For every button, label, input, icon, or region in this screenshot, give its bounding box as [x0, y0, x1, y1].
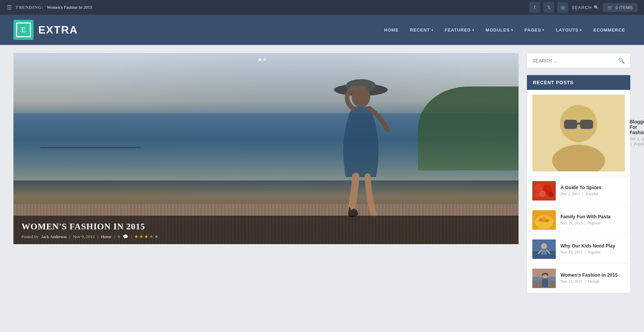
meta-sep: | — [585, 221, 586, 225]
recent-post-meta-4: Nov 18, 2015 | Popular — [560, 250, 625, 255]
figure-silhouette — [324, 70, 398, 217]
recent-post-meta-3: Nov 24, 2015 | Popular — [560, 221, 625, 226]
top-bar-right: f 𝕏 ◎ SEARCH 🔍 🛒 0 ITEMS — [529, 2, 637, 13]
main-content: WOMEN'S FASHION IN 2015 Posted by Jack A… — [13, 53, 519, 293]
featured-image: WOMEN'S FASHION IN 2015 Posted by Jack A… — [13, 53, 519, 244]
recent-post-item[interactable]: Blogging For Fashion Dec 2, 2015 | Popul… — [527, 90, 630, 176]
meta-sep: | — [585, 250, 586, 255]
top-bar: ☰ TRENDING: Women's Fashion In 2015 f 𝕏 … — [0, 0, 644, 15]
meta-separator-4: | — [131, 234, 132, 239]
svg-rect-6 — [564, 120, 577, 129]
logo-box-inner: E — [16, 22, 31, 37]
post-meta: Posted by Jack Anderson | Nov 9, 2015 | … — [21, 234, 511, 239]
meta-sep: | — [631, 142, 632, 146]
recent-post-item[interactable]: A Guide To Spices Dec 2, 2015 | Popular — [527, 176, 630, 206]
nav-modules[interactable]: MODULES ▾ — [480, 24, 519, 36]
bridge-silhouette — [40, 147, 141, 174]
post2-date: Dec 2, 2015 — [560, 191, 580, 196]
hamburger-icon[interactable]: ☰ — [7, 4, 12, 11]
svg-point-14 — [535, 193, 540, 198]
recent-post-item[interactable]: Why Our Kids Need Play Nov 18, 2015 | Po… — [527, 235, 630, 264]
logo-box: E — [13, 20, 34, 40]
facebook-icon[interactable]: f — [529, 2, 540, 13]
post2-category: Popular — [586, 191, 598, 196]
nav-featured[interactable]: FEATURED ▾ — [439, 24, 480, 36]
recent-post-info: A Guide To Spices Dec 2, 2015 | Popular — [560, 185, 625, 197]
logo-letter: E — [21, 25, 26, 34]
svg-rect-7 — [580, 120, 593, 129]
featured-post-title: WOMEN'S FASHION IN 2015 — [21, 222, 511, 232]
recent-post-title-4: Why Our Kids Need Play — [560, 243, 625, 248]
featured-arrow-icon: ▾ — [472, 28, 474, 32]
pages-arrow-icon: ▾ — [542, 28, 544, 32]
slider-dot-2[interactable] — [263, 58, 266, 61]
svg-point-12 — [539, 190, 546, 197]
svg-point-22 — [541, 243, 547, 249]
svg-point-17 — [539, 218, 542, 221]
nav-ecommerce[interactable]: ECOMMERCE — [588, 24, 631, 36]
search-magnifier-icon: 🔍 — [594, 5, 599, 10]
recent-post-title-3: Family Fun With Pasta — [560, 214, 625, 219]
recent-post-info: Why Our Kids Need Play Nov 18, 2015 | Po… — [560, 243, 625, 255]
svg-point-18 — [546, 220, 549, 222]
post1-date: Dec 2, 2015 — [630, 136, 644, 141]
cart-icon: 🛒 — [607, 5, 613, 10]
recent-post-title-1: Blogging For Fashion — [630, 119, 644, 135]
logo-text: EXTRA — [38, 24, 78, 36]
trending-label: TRENDING: — [15, 5, 43, 10]
post-thumb-pasta — [532, 210, 556, 230]
meta-separator-2: | — [97, 234, 98, 239]
post-thumb-kids — [532, 239, 556, 259]
nav-home[interactable]: HOME — [379, 24, 404, 36]
recent-post-item[interactable]: Family Fun With Pasta Nov 24, 2015 | Pop… — [527, 206, 630, 235]
instagram-icon[interactable]: ◎ — [557, 2, 568, 13]
comment-count: 0 — [118, 234, 120, 239]
post-category[interactable]: Home — [101, 234, 112, 239]
slider-dots — [259, 58, 266, 61]
site-header: E EXTRA HOME RECENT ▾ FEATURED ▾ MODULES… — [0, 15, 644, 45]
modules-arrow-icon: ▾ — [511, 28, 513, 32]
post4-category: Popular — [588, 250, 600, 255]
post3-date: Nov 24, 2015 — [560, 221, 583, 225]
nav-layouts[interactable]: LAYOUTS ▾ — [550, 24, 587, 36]
nav-recent[interactable]: RECENT ▾ — [405, 24, 438, 36]
top-bar-left: ☰ TRENDING: Women's Fashion In 2015 — [7, 4, 92, 11]
svg-point-30 — [543, 274, 547, 279]
recent-post-title-5: Women's Fashion In 2015 — [560, 272, 625, 278]
slider-dot-1[interactable] — [259, 58, 261, 61]
posted-by-label: Posted by — [21, 234, 39, 239]
comment-icon: 💬 — [123, 234, 128, 239]
meta-separator-3: | — [114, 234, 115, 239]
post-caption: WOMEN'S FASHION IN 2015 Posted by Jack A… — [13, 216, 519, 244]
post-thumb-womens — [532, 269, 556, 288]
recent-posts-title: RECENT POSTS — [527, 75, 630, 90]
search-input[interactable] — [532, 58, 618, 63]
logo[interactable]: E EXTRA — [13, 20, 78, 40]
main-navigation: HOME RECENT ▾ FEATURED ▾ MODULES ▾ PAGES… — [379, 24, 631, 36]
content-area: WOMEN'S FASHION IN 2015 Posted by Jack A… — [0, 45, 644, 301]
featured-post[interactable]: WOMEN'S FASHION IN 2015 Posted by Jack A… — [13, 53, 519, 244]
recent-post-title-2: A Guide To Spices — [560, 185, 625, 190]
post3-category: Popular — [588, 221, 600, 225]
twitter-icon[interactable]: 𝕏 — [543, 2, 554, 13]
recent-post-meta-2: Dec 2, 2015 | Popular — [560, 191, 625, 197]
nav-pages[interactable]: PAGES ▾ — [519, 24, 550, 36]
post-thumb-fashion — [532, 95, 625, 171]
post-author[interactable]: Jack Anderson — [41, 234, 67, 239]
post1-category: Popular — [634, 142, 644, 146]
search-button[interactable]: SEARCH 🔍 — [572, 5, 599, 10]
recent-post-info: Family Fun With Pasta Nov 24, 2015 | Pop… — [560, 214, 625, 226]
search-box-icon: 🔍 — [618, 57, 625, 64]
post4-date: Nov 18, 2015 — [560, 250, 583, 255]
cart-button[interactable]: 🛒 0 ITEMS — [603, 3, 637, 12]
star-rating[interactable]: ★★★★★ — [134, 234, 159, 239]
svg-rect-23 — [541, 249, 547, 255]
recent-arrow-icon: ▾ — [431, 28, 433, 32]
recent-post-meta-1: Dec 2, 2015 | Popular — [630, 136, 644, 147]
post-date: Nov 9, 2015 — [73, 234, 95, 239]
trees-decoration — [418, 87, 519, 170]
post-thumb-spices — [532, 181, 556, 201]
meta-separator-1: | — [69, 234, 70, 239]
recent-post-item[interactable]: Women's Fashion In 2015 Nov 11, 2015 | D… — [527, 264, 630, 293]
recent-post-meta-5: Nov 11, 2015 | Design — [560, 279, 625, 284]
